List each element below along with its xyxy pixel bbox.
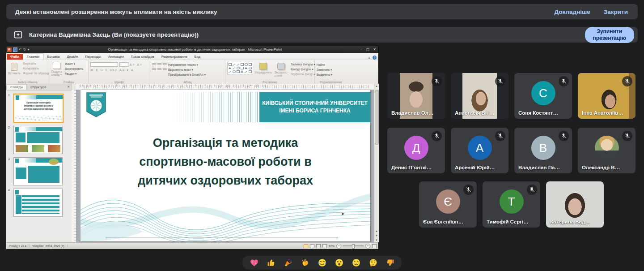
quick-styles-icon xyxy=(277,63,285,70)
close-button[interactable]: ✕ xyxy=(373,47,376,52)
font-name-select[interactable] xyxy=(90,62,118,67)
text-direction-button[interactable]: Направление текста ▾ xyxy=(168,62,198,67)
participant-tile[interactable]: Олександр В… xyxy=(578,128,636,173)
tab-transitions[interactable]: Переходы xyxy=(82,54,105,60)
shapes-gallery[interactable] xyxy=(227,62,253,74)
normal-view-icon[interactable] xyxy=(304,244,308,248)
slide-thumbnail-4[interactable]: 4 xyxy=(8,189,70,217)
reaction-thumbs-down[interactable] xyxy=(385,258,395,268)
align-center-icon[interactable] xyxy=(157,68,161,71)
fit-to-window-icon[interactable] xyxy=(372,244,377,248)
university-logo xyxy=(86,92,106,118)
tab-insert[interactable]: Вставка xyxy=(44,54,64,60)
slideshow-view-icon[interactable] xyxy=(322,244,327,248)
zoom-out-button[interactable]: − xyxy=(336,244,341,249)
participant-tile[interactable]: Владислав Ол… xyxy=(387,73,445,119)
tab-animation[interactable]: Анимация xyxy=(105,54,127,60)
participant-tile[interactable]: Є Єва Євгеніївн… xyxy=(419,181,477,228)
reaction-thinking-face[interactable] xyxy=(368,258,378,268)
reaction-crying-face[interactable] xyxy=(351,258,361,268)
reaction-party-popper[interactable] xyxy=(283,258,293,268)
undo-icon[interactable]: ↶ xyxy=(19,47,22,52)
participant-tile[interactable]: В Владислав Па… xyxy=(514,128,572,173)
slide-thumbnail-3[interactable]: 3 xyxy=(8,157,70,185)
mic-muted-icon xyxy=(559,131,569,141)
reaction-thumbs-up[interactable] xyxy=(266,258,276,268)
copy-button[interactable]: Копировать xyxy=(23,66,49,71)
participant-tile-self[interactable]: Катерина Вад… xyxy=(546,181,604,228)
maximize-button[interactable]: ▢ xyxy=(366,47,370,52)
minimize-button[interactable]: – xyxy=(360,47,362,52)
tab-view[interactable]: Вид xyxy=(191,54,204,60)
tab-home[interactable]: Главная xyxy=(23,53,44,60)
pane-tab-outline[interactable]: Структура xyxy=(27,85,50,90)
align-text-button[interactable]: Выровнять текст ▾ xyxy=(168,67,193,72)
section-button[interactable]: Раздел ▾ xyxy=(65,71,84,76)
align-right-icon[interactable] xyxy=(163,68,167,71)
tab-slideshow[interactable]: Показ слайдов xyxy=(127,54,158,60)
help-icon[interactable]: ? xyxy=(373,56,377,60)
font-size-select[interactable] xyxy=(119,62,128,67)
participant-photo-avatar xyxy=(595,136,619,160)
shape-effects-button[interactable]: Эффекты фигур ▾ xyxy=(291,72,315,77)
participant-tile[interactable]: С Соня Костянт… xyxy=(514,73,572,119)
quick-styles-button[interactable]: Экспресс-стили xyxy=(275,62,288,77)
font-style-buttons[interactable]: Ж К Ч S abc Аа ▾ А xyxy=(90,69,134,72)
layout-button[interactable]: Макет ▾ xyxy=(65,61,84,66)
paste-button[interactable]: Вставить xyxy=(8,62,21,75)
tab-review[interactable]: Рецензирование xyxy=(158,54,191,60)
new-slide-button[interactable]: Создать слайд ▾ xyxy=(51,61,62,77)
grow-shrink-font-icons[interactable]: A˄ A˅ xyxy=(130,63,143,66)
select-button[interactable]: Выделить ▾ xyxy=(317,72,345,77)
numbering-icon[interactable] xyxy=(157,63,161,66)
participant-tile[interactable]: Д Денис П`янткі… xyxy=(387,128,445,173)
align-left-icon[interactable] xyxy=(152,68,156,71)
stop-presentation-button[interactable]: Зупинити презентацію xyxy=(585,27,635,43)
more-details-link[interactable]: Докладніше xyxy=(555,9,590,15)
collapse-ribbon-icon[interactable]: ▲ xyxy=(368,56,371,59)
tab-file[interactable]: Файл xyxy=(7,54,23,60)
shape-fill-button[interactable]: Заливка фигуры ▾ xyxy=(291,62,315,67)
tab-design[interactable]: Дизайн xyxy=(63,54,81,60)
redo-icon[interactable]: ↻ xyxy=(23,47,26,52)
replace-button[interactable]: Заменить ▾ xyxy=(317,67,345,72)
save-icon[interactable] xyxy=(13,47,17,52)
mic-muted-icon xyxy=(527,185,537,195)
arrange-button[interactable]: Упорядочить xyxy=(254,62,272,74)
convert-smartart-button[interactable]: Преобразовать в SmartArt ▾ xyxy=(168,72,206,77)
slide-thumbnail-1[interactable]: 1 Організація та методика спортивно-масо… xyxy=(8,94,70,123)
reset-button[interactable]: Восстановить xyxy=(65,66,84,71)
reaction-clapping-hands[interactable] xyxy=(300,258,310,268)
participant-tile[interactable]: Анастасія Віт… xyxy=(451,73,508,119)
ppt-ribbon: Вставить Вырезать Копировать Формат по о… xyxy=(6,60,378,84)
powerpoint-window: P ↶ ↻ ▾ Організація та методика спортивн… xyxy=(6,46,378,249)
quick-access-toolbar[interactable]: P ↶ ↻ ▾ xyxy=(7,47,29,52)
participant-tile[interactable]: Інна Анатоліїв… xyxy=(578,73,636,119)
close-notification-link[interactable]: Закрити xyxy=(604,9,628,15)
slide-scrollbar[interactable]: ▲ ▲ ▼ ▼ xyxy=(374,84,379,242)
pane-close-icon[interactable]: ✕ xyxy=(67,85,70,89)
slide-thumbnail-2[interactable]: 2 xyxy=(8,126,70,154)
slide-sorter-icon[interactable] xyxy=(310,244,314,248)
powerpoint-app-icon: P xyxy=(7,47,12,52)
zoom-in-button[interactable]: + xyxy=(365,244,370,249)
arrange-icon xyxy=(259,63,267,70)
find-button[interactable]: Найти xyxy=(317,62,345,67)
reaction-face-with-tears-of-joy[interactable] xyxy=(317,258,327,268)
reactions-bar xyxy=(242,256,402,270)
participant-tile[interactable]: Т Тимофій Сергі… xyxy=(483,181,540,228)
pane-tab-slides[interactable]: Слайды xyxy=(6,84,27,90)
shape-outline-button[interactable]: Контур фигуры ▾ xyxy=(291,67,315,72)
slide-1[interactable]: КИЇВСЬКИЙ СТОЛИЧНИЙ УНІВЕРСИТЕТ ІМЕНІ БО… xyxy=(80,90,370,241)
reading-view-icon[interactable] xyxy=(316,244,321,248)
bullets-icon[interactable] xyxy=(152,63,156,66)
reaction-sparkling-heart[interactable] xyxy=(249,258,259,268)
cut-button[interactable]: Вырезать xyxy=(23,61,49,66)
mic-muted-icon xyxy=(432,76,442,86)
participant-tile[interactable]: А Арсеній Юрій… xyxy=(451,128,508,173)
ppt-titlebar: P ↶ ↻ ▾ Організація та методика спортивн… xyxy=(6,46,378,53)
reaction-astonished-face[interactable] xyxy=(334,258,344,268)
zoom-slider[interactable] xyxy=(343,245,364,246)
format-painter-button[interactable]: Формат по образцу xyxy=(23,71,49,76)
indent-icon[interactable] xyxy=(163,63,167,66)
